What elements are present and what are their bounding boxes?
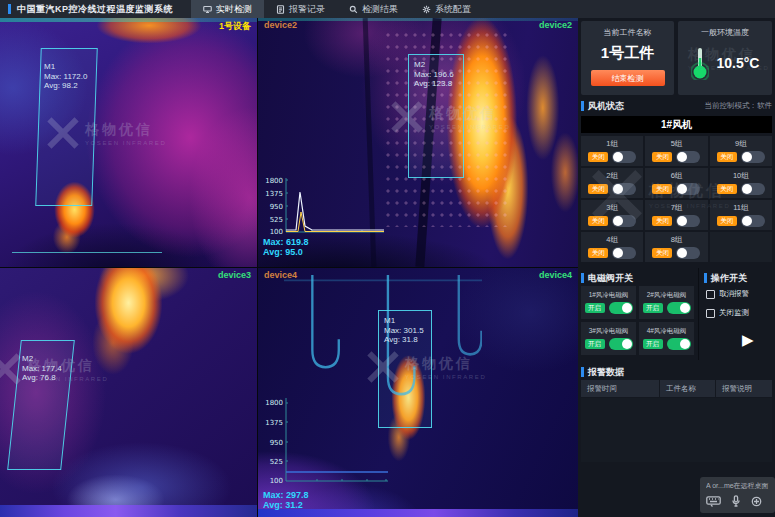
- top-bar: 中国重汽KP控冷线过程温度监测系统 实时检测 报警记录 检测结果 系统配置: [0, 0, 775, 18]
- fan-status-badge: 关闭: [717, 152, 737, 162]
- ime-keyboard-icon[interactable]: [706, 496, 721, 507]
- tab-label: 报警记录: [289, 3, 325, 16]
- alarms-header: 报警数据: [581, 366, 772, 378]
- alarm-table-body: [581, 398, 772, 462]
- thermal-view-4[interactable]: device4 device4 M1 Max: 301.5 Avg: 31.8 …: [258, 268, 578, 517]
- ime-mic-icon[interactable]: [732, 495, 740, 507]
- section-accent: [581, 101, 584, 111]
- device-label: device2: [539, 20, 572, 30]
- record-icon: [276, 5, 285, 14]
- selected-fan-bar[interactable]: 1#风机: [581, 116, 772, 133]
- valve-cell: 2#风冷电磁阀 开启: [639, 286, 694, 319]
- fan-toggle[interactable]: [676, 183, 700, 195]
- tab-detection-results[interactable]: 检测结果: [337, 0, 410, 18]
- valve-label: 4#风冷电磁阀: [647, 327, 687, 336]
- fan-group-cell: 10组 关闭: [710, 168, 772, 198]
- fan-group-label: 1组: [606, 139, 618, 149]
- fan-group-cell-empty: [710, 232, 772, 262]
- gear-icon: [422, 5, 431, 14]
- app-window: 中国重汽KP控冷线过程温度监测系统 实时检测 报警记录 检测结果 系统配置 1: [0, 0, 775, 517]
- fan-group-cell: 1组 关闭: [581, 136, 643, 166]
- svg-text:1800: 1800: [265, 399, 283, 407]
- device-label: device4: [539, 270, 572, 280]
- fan-toggle[interactable]: [741, 183, 765, 195]
- tab-label: 实时检测: [216, 3, 252, 16]
- workpiece-label: 当前工件名称: [581, 21, 674, 38]
- fan-status-badge: 关闭: [717, 216, 737, 226]
- nav-tabs: 实时检测 报警记录 检测结果 系统配置: [191, 0, 483, 18]
- fan-toggle[interactable]: [676, 151, 700, 163]
- device-label: 1号设备: [219, 20, 251, 33]
- valve-label: 2#风冷电磁阀: [647, 291, 687, 300]
- thermal-view-3[interactable]: device3 M2 Max: 177.4 Avg: 76.8: [0, 268, 257, 517]
- valve-cell: 1#风冷电磁阀 开启: [581, 286, 636, 319]
- fan-status-badge: 关闭: [717, 184, 737, 194]
- tab-label: 系统配置: [435, 3, 471, 16]
- tab-system-config[interactable]: 系统配置: [410, 0, 483, 18]
- alarm-col-description: 报警说明: [716, 380, 772, 397]
- fan-status-badge: 关闭: [588, 152, 608, 162]
- cancel-alarm-checkbox[interactable]: [706, 290, 715, 299]
- fan-group-label: 8组: [671, 235, 683, 245]
- title-accent: [8, 4, 11, 14]
- fan-group-label: 5组: [671, 139, 683, 149]
- fan-toggle[interactable]: [676, 247, 700, 259]
- valve-label: 3#风冷电磁阀: [589, 327, 629, 336]
- svg-text:1800: 1800: [265, 177, 283, 185]
- valve-label: 1#风冷电磁阀: [589, 291, 629, 300]
- fan-toggle[interactable]: [612, 183, 636, 195]
- fan-toggle[interactable]: [741, 215, 765, 227]
- control-mode-label: 当前控制模式：软件: [705, 101, 773, 111]
- workpiece-card: 当前工件名称 1号工件 结束检测: [581, 21, 674, 95]
- device-label: device3: [218, 270, 251, 280]
- fan-toggle[interactable]: [676, 215, 700, 227]
- alarm-col-time: 报警时间: [581, 380, 659, 397]
- close-monitor-checkbox[interactable]: [706, 309, 715, 318]
- ambient-card: 一般环境温度 10.5°C: [678, 21, 772, 95]
- valve-status-badge: 开启: [585, 303, 605, 313]
- fans-title: 风机状态: [588, 100, 624, 113]
- thermometer-icon: [691, 46, 709, 80]
- section-accent: [581, 273, 584, 283]
- valve-cell: 3#风冷电磁阀 开启: [581, 322, 636, 355]
- end-detection-button[interactable]: 结束检测: [591, 70, 665, 86]
- fan-group-cell: 4组 关闭: [581, 232, 643, 262]
- fan-group-label: 9组: [735, 139, 747, 149]
- valve-toggle[interactable]: [609, 338, 633, 350]
- monitor-icon: [203, 5, 212, 14]
- roi-readout: M2 Max: 196.6 Avg: 123.8: [414, 60, 454, 89]
- ime-more-icon[interactable]: [751, 496, 762, 507]
- valve-toggle[interactable]: [667, 338, 691, 350]
- app-title: 中国重汽KP控冷线过程温度监测系统: [17, 3, 173, 16]
- thermal-view-1[interactable]: 1号设备 M1 Max: 1172.0 Avg: 98.2: [0, 18, 257, 267]
- chart-stats: Max: 297.8 Avg: 31.2: [263, 490, 309, 510]
- fan-group-label: 4组: [606, 235, 618, 245]
- play-button[interactable]: ▶: [742, 332, 754, 347]
- tab-alarm-records[interactable]: 报警记录: [264, 0, 337, 18]
- valve-toggle[interactable]: [609, 302, 633, 314]
- ime-status-text: A or...me在远程桌面: [706, 481, 769, 491]
- valve-toggle[interactable]: [667, 302, 691, 314]
- fan-toggle[interactable]: [741, 151, 765, 163]
- valve-status-badge: 开启: [585, 339, 605, 349]
- ime-toolbar: A or...me在远程桌面: [700, 477, 775, 513]
- svg-text:950: 950: [270, 203, 283, 211]
- fan-toggle[interactable]: [612, 247, 636, 259]
- fan-group-label: 10组: [733, 171, 749, 181]
- fan-group-cell: 7组 关闭: [645, 200, 707, 230]
- fan-status-badge: 关闭: [588, 248, 608, 258]
- fan-status-badge: 关闭: [652, 216, 672, 226]
- fan-toggle[interactable]: [612, 151, 636, 163]
- fan-group-label: 2组: [606, 171, 618, 181]
- fan-group-cell: 11组 关闭: [710, 200, 772, 230]
- valves-header: 电磁阀开关: [581, 272, 693, 284]
- controls-area: 取消报警 关闭监测: [706, 289, 775, 327]
- svg-text:1375: 1375: [265, 190, 283, 198]
- alarms-title: 报警数据: [588, 366, 624, 379]
- controls-title: 操作开关: [711, 272, 747, 285]
- valves-title: 电磁阀开关: [588, 272, 633, 285]
- device-label: device2: [264, 20, 297, 30]
- fan-toggle[interactable]: [612, 215, 636, 227]
- thermal-view-2[interactable]: device2 device2 M2 Max: 196.6 Avg: 123.8…: [258, 18, 578, 267]
- tab-realtime-monitor[interactable]: 实时检测: [191, 0, 264, 18]
